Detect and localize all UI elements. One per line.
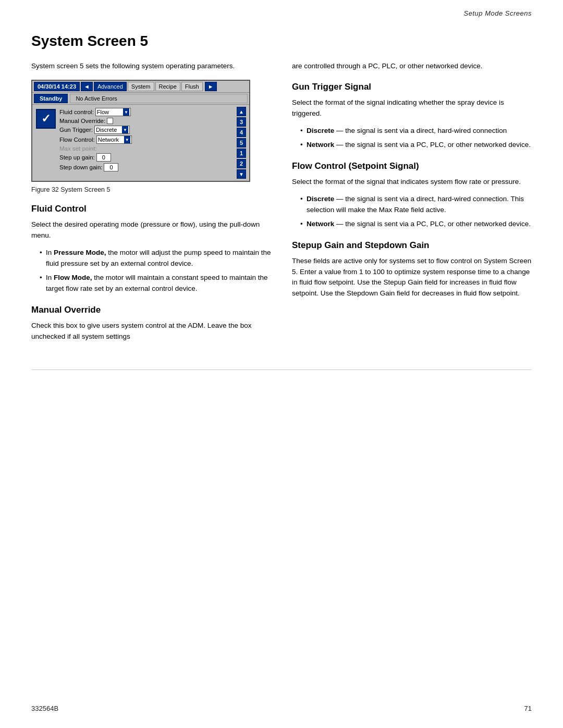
manual-override-label: Manual Override:: [59, 118, 105, 124]
stepup-gain-value[interactable]: 0: [96, 153, 111, 162]
stepup-gain-heading: Stepup Gain and Stepdown Gain: [292, 240, 532, 251]
content-area: System Screen 5 System screen 5 sets the…: [0, 17, 563, 369]
page-container: Setup Mode Screens System Screen 5 Syste…: [0, 0, 563, 728]
sidebar-btn-2[interactable]: 2: [237, 159, 246, 168]
flow-mode-term: Flow Mode,: [54, 274, 92, 281]
fluid-control-text: Select the desired operating mode (press…: [31, 219, 271, 241]
left-column: System screen 5 sets the following syste…: [31, 61, 271, 349]
discrete-trigger-term: Discrete: [307, 127, 334, 134]
flow-control-value: Network: [98, 137, 119, 143]
fluid-control-heading: Fluid Control: [31, 204, 271, 214]
network-flow-term: Network: [307, 220, 334, 228]
pressure-mode-term: Pressure Mode,: [54, 249, 106, 256]
fluid-control-bullets: In Pressure Mode, the motor will adjust …: [40, 248, 271, 294]
stepup-gain-section: Stepup Gain and Stepdown Gain These fiel…: [292, 240, 532, 300]
intro-right: are controlled through a PC, PLC, or oth…: [292, 61, 532, 71]
fluid-control-select[interactable]: Flow ▼: [95, 108, 131, 116]
footer-divider: [31, 369, 532, 370]
discrete-flow-term: Discrete: [307, 195, 334, 203]
flow-control-text: Select the format of the signal that ind…: [292, 177, 532, 188]
flow-control-arrow: ▼: [124, 136, 130, 143]
screen-fields: Fluid control: Flow ▼ Manual Override:: [59, 107, 235, 179]
fluid-control-value: Flow: [97, 109, 109, 115]
page-footer: 332564B 71: [31, 705, 532, 712]
sidebar-btn-3[interactable]: 3: [237, 117, 246, 127]
right-column: are controlled through a PC, PLC, or oth…: [292, 61, 532, 349]
flow-control-section: Flow Control (Setpoint Signal) Select th…: [292, 161, 532, 230]
stepup-gain-text: These fields are active only for systems…: [292, 256, 532, 300]
sidebar-btn-5[interactable]: 5: [237, 138, 246, 147]
screen-icon-col: ✓: [34, 107, 57, 179]
nav-tab-advanced[interactable]: Advanced: [94, 82, 127, 91]
manual-override-text: Check this box to give users system cont…: [31, 320, 271, 342]
status-standby: Standby: [34, 94, 68, 103]
two-column-layout: System screen 5 sets the following syste…: [31, 61, 532, 349]
checkmark-icon: ✓: [41, 112, 51, 126]
bullet-pressure-mode: In Pressure Mode, the motor will adjust …: [40, 248, 271, 269]
bullet-network-flow: Network — the signal is sent via a PC, P…: [300, 219, 532, 230]
intro-left: System screen 5 sets the following syste…: [31, 61, 271, 71]
field-max-setpoint: Max set point:: [59, 145, 235, 152]
screen-body: ✓ Fluid control: Flow ▼: [32, 105, 249, 181]
manual-override-section: Manual Override Check this box to give u…: [31, 305, 271, 342]
nav-tab-system[interactable]: System: [128, 82, 154, 91]
screen-mockup: 04/30/14 14:23 ◄ Advanced System Recipe …: [31, 80, 250, 182]
flow-control-select[interactable]: Network ▼: [96, 135, 132, 144]
gun-trigger-section: Gun Trigger Signal Select the format of …: [292, 82, 532, 151]
field-flow-control: Flow Control: Network ▼: [59, 135, 235, 144]
fluid-control-arrow: ▼: [123, 108, 129, 116]
flow-control-label: Flow Control:: [59, 137, 95, 143]
gun-trigger-select[interactable]: Discrete ▼: [94, 126, 130, 134]
stepup-gain-label: Step up gain:: [59, 154, 95, 161]
max-setpoint-label: Max set point:: [59, 145, 97, 152]
nav-arrow-left[interactable]: ◄: [81, 82, 93, 91]
nav-tab-recipe[interactable]: Recipe: [155, 82, 180, 91]
gun-trigger-bullets: Discrete — the signal is sent via a dire…: [300, 126, 532, 151]
field-fluid-control: Fluid control: Flow ▼: [59, 108, 235, 116]
bullet-flow-mode: In Flow Mode, the motor will maintain a …: [40, 273, 271, 294]
gun-trigger-text: Select the format of the signal indicati…: [292, 97, 532, 119]
manual-override-checkbox[interactable]: [107, 118, 113, 124]
figure-caption: Figure 32 System Screen 5: [31, 186, 271, 193]
nav-tab-flush[interactable]: Flush: [181, 82, 203, 91]
sidebar-btn-1[interactable]: 1: [237, 149, 246, 158]
fluid-control-label: Fluid control:: [59, 109, 94, 115]
stepdown-gain-label: Step down gain:: [59, 164, 102, 170]
screen-status: Standby No Active Errors: [32, 93, 249, 105]
field-gun-trigger: Gun Trigger: Discrete ▼: [59, 126, 235, 134]
field-stepup-gain: Step up gain: 0: [59, 153, 235, 162]
screen-icon: ✓: [36, 109, 56, 129]
gun-trigger-value: Discrete: [96, 127, 117, 133]
stepdown-gain-value[interactable]: 0: [104, 163, 118, 171]
gun-trigger-label: Gun Trigger:: [59, 127, 93, 133]
bullet-discrete-trigger: Discrete — the signal is sent via a dire…: [300, 126, 532, 137]
gun-trigger-heading: Gun Trigger Signal: [292, 82, 532, 92]
flow-control-bullets: Discrete — the signal is sent via a dire…: [300, 194, 532, 230]
flow-control-heading: Flow Control (Setpoint Signal): [292, 161, 532, 171]
bullet-network-trigger: Network — the signal is sent via a PC, P…: [300, 140, 532, 151]
manual-override-heading: Manual Override: [31, 305, 271, 315]
header-text: Setup Mode Screens: [0, 0, 563, 17]
nav-datetime: 04/30/14 14:23: [34, 82, 80, 91]
sidebar-up[interactable]: ▲: [237, 107, 246, 116]
status-errors: No Active Errors: [70, 94, 248, 103]
fluid-control-section: Fluid Control Select the desired operati…: [31, 204, 271, 294]
screen-nav: 04/30/14 14:23 ◄ Advanced System Recipe …: [32, 81, 249, 93]
sidebar-down[interactable]: ▼: [237, 169, 246, 179]
sidebar-btn-4[interactable]: 4: [237, 128, 246, 137]
page-title: System Screen 5: [31, 33, 532, 50]
bullet-discrete-flow: Discrete — the signal is sent via a dire…: [300, 194, 532, 216]
network-trigger-term: Network: [307, 141, 334, 149]
field-stepdown-gain: Step down gain: 0: [59, 163, 235, 171]
gun-trigger-arrow: ▼: [122, 126, 128, 133]
screen-sidebar: ▲ 3 4 5 1 2 ▼: [237, 107, 247, 179]
nav-arrow-right[interactable]: ►: [205, 82, 217, 91]
field-manual-override: Manual Override:: [59, 118, 235, 124]
footer-right: 71: [524, 705, 532, 712]
footer-left: 332564B: [31, 705, 58, 712]
